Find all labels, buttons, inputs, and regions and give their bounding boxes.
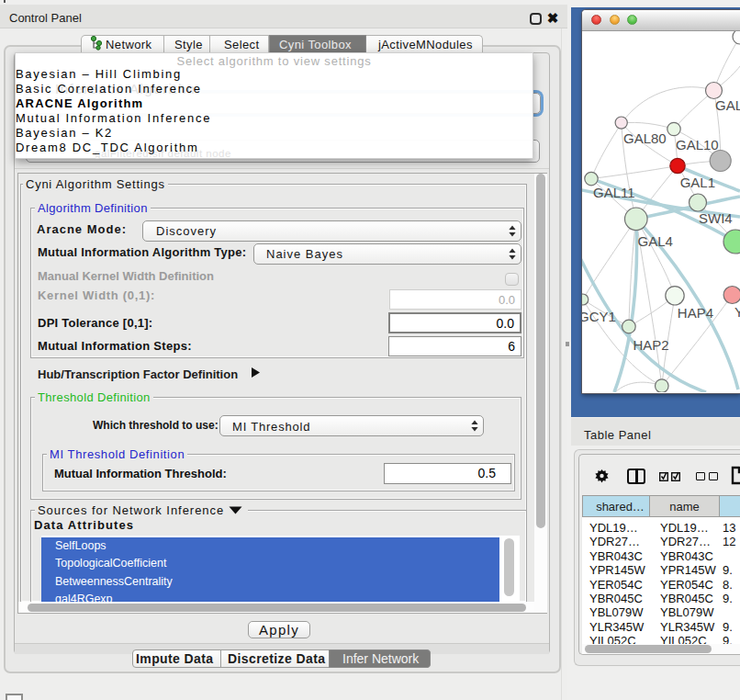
svg-text:GCY1: GCY1 xyxy=(582,309,616,324)
svg-text:GAL: GAL xyxy=(715,97,740,113)
svg-text:GAL80: GAL80 xyxy=(623,130,667,146)
svg-text:GAL4: GAL4 xyxy=(638,233,673,249)
svg-text:HAP4: HAP4 xyxy=(678,305,713,321)
svg-text:SWI4: SWI4 xyxy=(699,210,733,226)
svg-text:GAL10: GAL10 xyxy=(676,137,719,152)
svg-text:Y: Y xyxy=(734,304,740,320)
svg-text:GAL1: GAL1 xyxy=(680,175,715,190)
svg-text:HAP2: HAP2 xyxy=(633,337,668,353)
svg-text:GAL11: GAL11 xyxy=(593,185,635,200)
